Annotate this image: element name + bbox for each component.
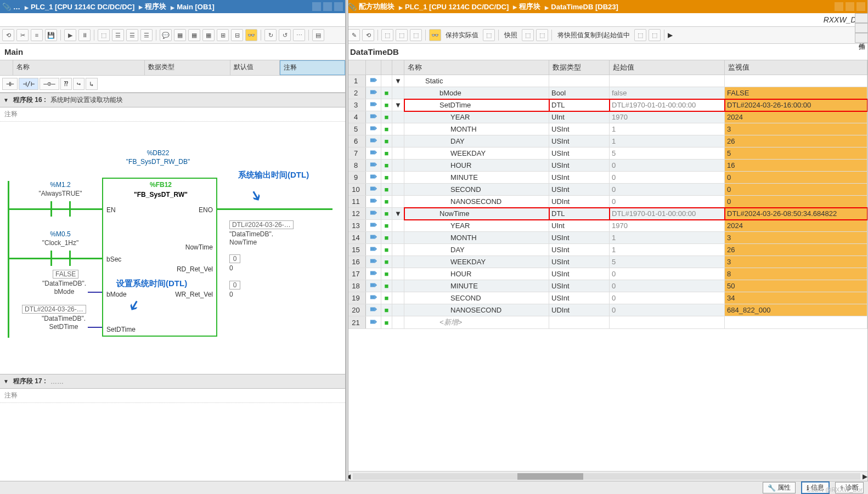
minimize-icon[interactable]	[312, 2, 321, 11]
network-17-header[interactable]: ▼ 程序段 17 : ……	[0, 374, 345, 389]
fb-block[interactable]: %FB12 "FB_SysDT_RW" EN ENO bSec bMode Se…	[102, 178, 217, 337]
side-tab[interactable]: 库	[855, 23, 868, 33]
tool-btn[interactable]: ▤	[312, 29, 324, 41]
maximize-icon[interactable]	[846, 2, 854, 11]
tool-btn[interactable]: ▦	[202, 29, 215, 41]
side-tab[interactable]: 插件	[855, 33, 868, 43]
table-row[interactable]: 3 ■ ▼ SetDTime DTL DTL#1970-01-01-00:00:…	[346, 99, 867, 111]
tool-btn[interactable]: ⬚	[381, 29, 393, 41]
tool-btn[interactable]: ▶	[64, 29, 76, 41]
tool-btn[interactable]: ⬚	[634, 29, 646, 41]
crumb[interactable]: DataTimeDB [DB23]	[543, 3, 618, 11]
collapse-icon[interactable]: ▼	[3, 378, 9, 384]
tool-btn[interactable]: ⬚	[98, 29, 110, 41]
tool-btn[interactable]: ↻	[264, 29, 277, 41]
tool-btn[interactable]: ⊞	[217, 29, 229, 41]
th-type[interactable]: 数据类型	[549, 60, 610, 75]
instr-btn[interactable]: ⊣⊢	[2, 78, 18, 90]
tool-btn[interactable]: ⬚	[649, 29, 661, 41]
network-comment[interactable]: 注释	[0, 389, 345, 403]
pane-divider[interactable]	[346, 0, 348, 481]
network-16-header[interactable]: ▼ 程序段 16 : 系统时间设置读取功能块	[0, 93, 345, 107]
crumb[interactable]: …	[13, 3, 20, 11]
table-row[interactable]: 11 ■ NANOSECOND UDInt 0 0	[346, 196, 867, 208]
tool-btn[interactable]: ⬚	[536, 29, 548, 41]
tool-btn[interactable]: ⊟	[231, 29, 243, 41]
tool-btn[interactable]: ⬚	[522, 29, 534, 41]
crumb[interactable]: 程序块	[511, 2, 540, 12]
tool-btn[interactable]: ⟲	[2, 29, 14, 41]
side-tab[interactable]: 任务	[855, 13, 868, 23]
table-row[interactable]: 13 ■ YEAR UInt 1970 2024	[346, 220, 867, 232]
col-comment[interactable]: 注释	[280, 60, 345, 75]
tool-btn[interactable]: ☰	[126, 29, 138, 41]
close-icon[interactable]	[334, 2, 343, 11]
more-icon[interactable]: ▶	[668, 31, 673, 39]
table-row[interactable]: 17 ■ HOUR USInt 0 8	[346, 268, 867, 280]
crumb[interactable]: PLC_1 [CPU 1214C DC/DC/DC]	[22, 3, 134, 11]
tool-btn[interactable]: ☰	[140, 29, 153, 41]
crumb[interactable]: 程序块	[137, 2, 166, 12]
status-props[interactable]: 🔧 属性	[763, 482, 796, 493]
monitor-btn[interactable]: 👓	[245, 29, 257, 41]
th-name[interactable]: 名称	[404, 60, 549, 75]
tool-btn[interactable]: ✂	[16, 29, 29, 41]
table-row[interactable]: 5 ■ MONTH USInt 1 3	[346, 123, 867, 135]
tool-btn[interactable]: 💾	[45, 29, 57, 41]
btn-snapshot[interactable]: 快照	[502, 31, 520, 40]
tool-btn[interactable]: ✎	[348, 29, 360, 41]
table-row[interactable]: 2 ■ bMode Bool false FALSE	[346, 87, 867, 99]
table-row[interactable]: 1 ▼ Static	[346, 75, 867, 87]
tool-btn[interactable]: ▦	[188, 29, 200, 41]
col-dtype[interactable]: 数据类型	[145, 60, 230, 75]
instr-btn[interactable]: ⁇	[60, 78, 72, 90]
col-default[interactable]: 默认值	[230, 60, 280, 75]
tool-btn[interactable]: ↺	[279, 29, 291, 41]
tool-btn[interactable]: ⏸	[78, 29, 91, 41]
table-row[interactable]: 4 ■ YEAR UInt 1970 2024	[346, 111, 867, 123]
tool-btn[interactable]: ≡	[31, 29, 43, 41]
table-row[interactable]: 21 ■ <新增>	[346, 316, 867, 329]
table-row[interactable]: 7 ■ WEEKDAY USInt 5 5	[346, 147, 867, 160]
crumb[interactable]: Main [OB1]	[168, 3, 215, 11]
instr-btn[interactable]: —⊙—	[40, 78, 59, 90]
btn-keep[interactable]: 保持实际值	[443, 31, 481, 40]
table-row[interactable]: 12 ■ ▼ NowTime DTL DTL#1970-01-01-00:00:…	[346, 208, 867, 220]
btn-copy-snap[interactable]: 将快照值复制到起始值中	[555, 31, 632, 40]
minimize-icon[interactable]	[835, 2, 843, 11]
collapse-icon[interactable]: ▼	[3, 97, 9, 103]
table-row[interactable]: 6 ■ DAY USInt 1 26	[346, 135, 867, 147]
table-row[interactable]: 9 ■ MINUTE USInt 0 0	[346, 172, 867, 184]
network-16-body[interactable]: %DB22 "FB_SysDT_RW_DB" %FB12 "FB_SysDT_R…	[0, 122, 345, 374]
table-row[interactable]: 10 ■ SECOND USInt 0 0	[346, 184, 867, 196]
table-row[interactable]: 15 ■ DAY USInt 1 26	[346, 244, 867, 256]
table-row[interactable]: 14 ■ MONTH USInt 1 3	[346, 232, 867, 244]
crumb[interactable]: PLC_1 [CPU 1214C DC/DC/DC]	[397, 3, 509, 11]
tool-btn[interactable]: ⟲	[362, 29, 374, 41]
table-row[interactable]: 20 ■ NANOSECOND UDInt 0 684_822_000	[346, 304, 867, 316]
table-row[interactable]: 16 ■ WEEKDAY USInt 5 3	[346, 256, 867, 268]
instr-btn[interactable]: ⊣/⊢	[19, 78, 38, 90]
tool-btn[interactable]: ⋯	[293, 29, 305, 41]
db-table-wrap[interactable]: 名称 数据类型 起始值 监视值 1 ▼ Static 2 ■ bMode Boo…	[346, 60, 867, 471]
maximize-icon[interactable]	[323, 2, 332, 11]
th-start[interactable]: 起始值	[610, 60, 725, 75]
table-row[interactable]: 19 ■ SECOND USInt 0 34	[346, 292, 867, 304]
col-name[interactable]: 名称	[13, 60, 145, 75]
instr-btn[interactable]: ↪	[73, 78, 84, 90]
crumb[interactable]: 配方功能块	[359, 2, 394, 12]
table-row[interactable]: 8 ■ HOUR USInt 0 16	[346, 160, 867, 172]
close-icon[interactable]	[856, 2, 865, 11]
instr-btn[interactable]: ↳	[86, 78, 97, 90]
tool-btn[interactable]: ⬚	[483, 29, 495, 41]
monitor-btn[interactable]: 👓	[429, 29, 441, 41]
tool-btn[interactable]: ⬚	[396, 29, 408, 41]
th-mon[interactable]: 监视值	[725, 60, 867, 75]
tool-btn[interactable]: ☰	[112, 29, 124, 41]
ladder-editor[interactable]: ⊣⊢ ⊣/⊢ —⊙— ⁇ ↪ ↳ ▼ 程序段 16 : 系统时间设置读取功能块 …	[0, 76, 345, 484]
tool-btn[interactable]: 💬	[160, 29, 172, 41]
network-comment[interactable]: 注释	[0, 107, 345, 122]
tool-btn[interactable]: ▦	[174, 29, 186, 41]
table-row[interactable]: 18 ■ MINUTE USInt 0 50	[346, 280, 867, 292]
hscroll-right[interactable]: ◀▶	[346, 471, 867, 481]
